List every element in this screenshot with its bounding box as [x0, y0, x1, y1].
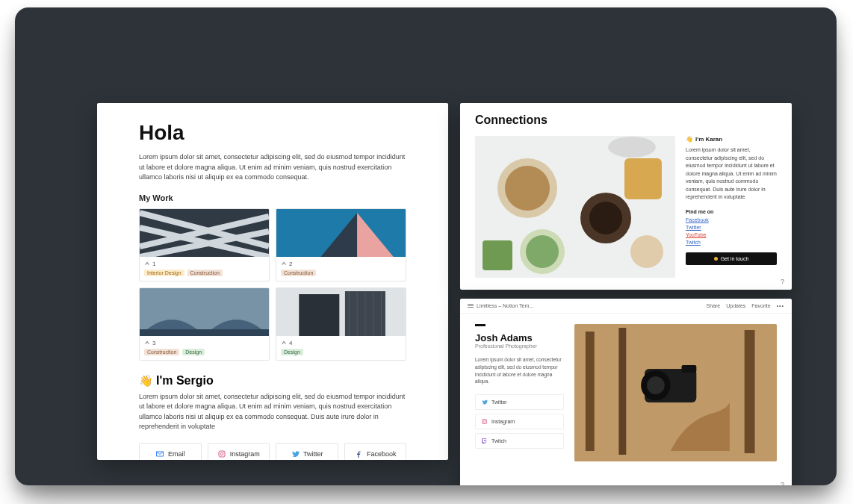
twitch-button[interactable]: Twitch — [475, 433, 564, 449]
tag: Design — [281, 349, 303, 355]
profile-role: Professional Photographer — [475, 343, 564, 349]
twitter-icon — [291, 449, 300, 458]
work-number: 2 — [289, 261, 292, 267]
breadcrumb[interactable]: Limitless – Notion Tem... — [477, 303, 533, 308]
more-icon[interactable]: ••• — [777, 303, 784, 308]
updates-button[interactable]: Updates — [726, 303, 745, 308]
social-list: Facebook Twitter YouTube Twitch — [686, 217, 777, 245]
profile-text: Lorem ipsum dolor sit amet, consectetur … — [686, 146, 777, 202]
svg-point-27 — [608, 137, 656, 158]
hero-image-camera — [574, 324, 777, 461]
contact-label: Twitter — [303, 450, 323, 458]
tag: Construction — [144, 349, 179, 355]
facebook-icon — [354, 449, 363, 458]
dot-icon — [714, 257, 718, 261]
instagram-button[interactable]: Instagram — [475, 414, 564, 429]
work-number: 3 — [152, 340, 155, 346]
work-item[interactable]: 3 Construction Design — [139, 287, 270, 361]
svg-rect-6 — [276, 288, 406, 336]
expand-icon — [281, 340, 287, 346]
profile-text: Lorem ipsum dolor sit amet, consectetur … — [139, 392, 406, 432]
youtube-link[interactable]: YouTube — [686, 232, 707, 237]
notion-card-josh: Limitless – Notion Tem... Share Updates … — [460, 299, 792, 485]
twitter-button[interactable]: Twitter — [475, 394, 564, 410]
accent-bar — [475, 324, 486, 326]
svg-rect-39 — [681, 365, 696, 373]
work-grid: 1 Interior Design Construction — [139, 208, 406, 361]
profile-heading: 👋 I'm Karan — [686, 136, 777, 143]
page-title: Hola — [139, 121, 406, 145]
notion-topbar: Limitless – Notion Tem... Share Updates … — [460, 299, 792, 314]
my-work-heading: My Work — [139, 193, 406, 202]
svg-rect-35 — [744, 330, 754, 453]
contact-label: Facebook — [367, 450, 397, 458]
work-item[interactable]: 2 Construction — [276, 208, 406, 281]
social-label: Twitch — [491, 438, 506, 444]
tag: Design — [182, 349, 205, 355]
favorite-button[interactable]: Favorite — [751, 303, 770, 308]
contact-label: Email — [168, 450, 185, 458]
svg-rect-24 — [624, 158, 662, 199]
svg-point-30 — [486, 420, 486, 420]
social-label: Twitter — [491, 399, 507, 405]
work-number: 1 — [152, 261, 155, 267]
profile-text: Lorem ipsum dolor sit amet, consectetur … — [475, 356, 564, 385]
work-thumbnail — [140, 288, 269, 336]
portfolio-card-sergio: Hola Lorem ipsum dolor sit amet, consect… — [97, 103, 448, 460]
svg-rect-34 — [618, 328, 626, 455]
twitch-icon — [481, 438, 488, 444]
showcase-frame: Hola Lorem ipsum dolor sit amet, consect… — [15, 7, 837, 485]
find-me-heading: Find me on — [686, 209, 777, 214]
tag: Construction — [281, 270, 316, 276]
instagram-icon — [481, 418, 488, 425]
menu-icon[interactable] — [468, 304, 474, 308]
work-thumbnail — [140, 209, 269, 257]
work-number: 4 — [289, 340, 292, 346]
instagram-icon — [217, 449, 226, 458]
svg-rect-5 — [140, 329, 269, 336]
facebook-button[interactable]: Facebook — [344, 443, 407, 461]
twitter-button[interactable]: Twitter — [276, 443, 338, 461]
svg-rect-33 — [586, 332, 595, 451]
expand-icon — [144, 340, 150, 346]
connections-title: Connections — [475, 113, 777, 127]
svg-point-25 — [630, 235, 663, 268]
work-item[interactable]: 4 Design — [276, 287, 406, 361]
intro-text: Lorem ipsum dolor sit amet, consectetur … — [139, 152, 406, 183]
expand-icon — [144, 261, 150, 267]
svg-point-19 — [505, 166, 550, 211]
svg-rect-26 — [483, 240, 512, 270]
contact-row: Email Instagram Twitter Facebook — [139, 443, 406, 461]
work-item[interactable]: 1 Interior Design Construction — [139, 208, 270, 281]
email-icon — [155, 449, 164, 458]
get-in-touch-button[interactable]: Get in touch — [686, 252, 777, 265]
tag: Interior Design — [144, 270, 184, 276]
help-button[interactable]: ? — [781, 278, 784, 285]
svg-point-38 — [647, 376, 665, 394]
profile-name: Josh Adams — [475, 332, 564, 343]
profile-heading-text: I'm Karan — [695, 136, 722, 143]
contact-label: Instagram — [230, 450, 260, 458]
instagram-button[interactable]: Instagram — [208, 443, 270, 461]
help-button[interactable]: ? — [781, 481, 784, 485]
svg-point-23 — [526, 235, 559, 268]
profile-heading: 👋 I'm Sergio — [139, 374, 406, 388]
cta-label: Get in touch — [721, 256, 749, 261]
social-label: Instagram — [491, 419, 515, 424]
facebook-link[interactable]: Facebook — [686, 217, 709, 223]
work-thumbnail — [276, 209, 406, 257]
share-button[interactable]: Share — [707, 303, 721, 308]
twitch-link[interactable]: Twitch — [686, 240, 701, 245]
profile-heading-text: I'm Sergio — [156, 374, 214, 388]
work-thumbnail — [276, 288, 406, 336]
wave-icon: 👋 — [139, 374, 153, 388]
hero-image-food — [475, 136, 675, 278]
connections-card: Connections 👋 I'm Karan Lore — [460, 103, 792, 290]
svg-rect-7 — [299, 294, 339, 336]
twitter-icon — [481, 399, 488, 405]
twitter-link[interactable]: Twitter — [686, 225, 701, 230]
wave-icon: 👋 — [686, 136, 693, 143]
svg-point-29 — [483, 420, 486, 423]
tag: Construction — [187, 270, 223, 276]
email-button[interactable]: Email — [139, 443, 202, 461]
